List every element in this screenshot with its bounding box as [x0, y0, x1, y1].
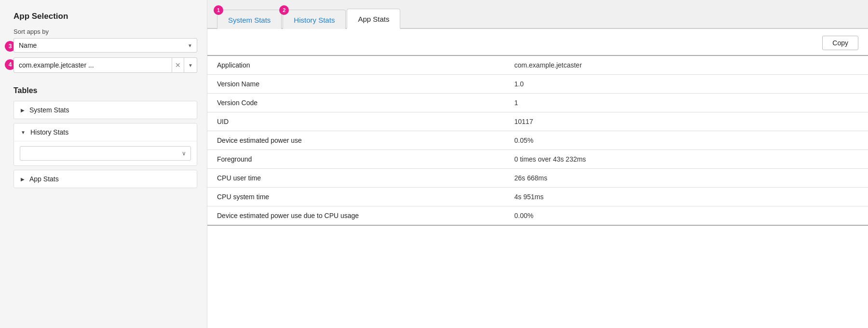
- tab-badge-1: 1: [214, 5, 223, 15]
- tab-history-stats[interactable]: 2 History Stats: [283, 10, 346, 29]
- history-stats-arrow: ▼: [21, 130, 26, 135]
- app-stats-label: App Stats: [29, 175, 59, 183]
- stat-key: CPU user time: [207, 169, 505, 188]
- history-stats-label: History Stats: [30, 128, 68, 136]
- app-clear-button[interactable]: ✕: [172, 57, 184, 73]
- content-area: Copy Applicationcom.example.jetcasterVer…: [207, 29, 868, 328]
- stat-key: Foreground: [207, 150, 505, 169]
- main-container: App Selection Sort apps by 3 Name Packag…: [0, 0, 868, 328]
- app-select-wrapper: ✕ ▼: [14, 57, 197, 73]
- sort-select-wrapper[interactable]: Name Package UID: [14, 38, 197, 53]
- copy-row: Copy: [207, 29, 868, 55]
- stat-key: UID: [207, 112, 505, 131]
- system-stats-label: System Stats: [29, 106, 69, 114]
- system-stats-header[interactable]: ▶ System Stats: [14, 101, 197, 119]
- tab-system-stats[interactable]: 1 System Stats: [217, 10, 282, 29]
- stats-table: Applicationcom.example.jetcasterVersion …: [207, 55, 868, 226]
- stat-key: Application: [207, 55, 505, 75]
- app-input[interactable]: [14, 57, 172, 73]
- stat-value: 10117: [505, 112, 868, 131]
- tab-app-stats[interactable]: App Stats: [347, 9, 400, 29]
- app-stats-section: ▶ App Stats: [14, 170, 197, 188]
- tab-system-stats-label: System Stats: [228, 16, 271, 24]
- history-select-wrapper[interactable]: [20, 146, 191, 161]
- stat-value: 26s 668ms: [505, 169, 868, 188]
- stat-value: 4s 951ms: [505, 188, 868, 206]
- right-panel: 1 System Stats 2 History Stats App Stats…: [207, 0, 868, 328]
- app-stats-arrow: ▶: [21, 177, 25, 182]
- stat-key: Device estimated power use due to CPU us…: [207, 206, 505, 226]
- app-dropdown-button[interactable]: ▼: [184, 57, 197, 73]
- table-row: Device estimated power use due to CPU us…: [207, 206, 868, 226]
- tabs-bar: 1 System Stats 2 History Stats App Stats: [207, 0, 868, 29]
- history-select[interactable]: [20, 146, 191, 161]
- stat-value: com.example.jetcaster: [505, 55, 868, 75]
- stat-value: 0 times over 43s 232ms: [505, 150, 868, 169]
- table-row: Version Code1: [207, 94, 868, 112]
- tables-title: Tables: [14, 86, 197, 95]
- table-row: Foreground0 times over 43s 232ms: [207, 150, 868, 169]
- stat-key: CPU system time: [207, 188, 505, 206]
- history-stats-body: [14, 141, 197, 165]
- left-panel: App Selection Sort apps by 3 Name Packag…: [0, 0, 207, 328]
- stat-key: Version Code: [207, 94, 505, 112]
- tab-badge-2: 2: [279, 5, 289, 15]
- system-stats-arrow: ▶: [21, 108, 25, 113]
- stat-value: 1: [505, 94, 868, 112]
- tab-history-stats-label: History Stats: [294, 16, 335, 24]
- stat-key: Device estimated power use: [207, 131, 505, 150]
- history-stats-section: ▼ History Stats: [14, 123, 197, 166]
- app-stats-header[interactable]: ▶ App Stats: [14, 170, 197, 188]
- stat-value: 0.00%: [505, 206, 868, 226]
- tab-app-stats-label: App Stats: [358, 15, 389, 23]
- system-stats-section: ▶ System Stats: [14, 101, 197, 119]
- history-stats-header[interactable]: ▼ History Stats: [14, 123, 197, 141]
- table-row: CPU system time4s 951ms: [207, 188, 868, 206]
- stat-value: 1.0: [505, 75, 868, 94]
- stat-value: 0.05%: [505, 131, 868, 150]
- copy-button[interactable]: Copy: [822, 36, 858, 50]
- table-row: Applicationcom.example.jetcaster: [207, 55, 868, 75]
- table-row: UID10117: [207, 112, 868, 131]
- table-row: Version Name1.0: [207, 75, 868, 94]
- sort-select[interactable]: Name Package UID: [14, 38, 197, 53]
- sort-label: Sort apps by: [14, 28, 197, 35]
- stat-key: Version Name: [207, 75, 505, 94]
- panel-title: App Selection: [14, 12, 197, 21]
- table-row: Device estimated power use0.05%: [207, 131, 868, 150]
- table-row: CPU user time26s 668ms: [207, 169, 868, 188]
